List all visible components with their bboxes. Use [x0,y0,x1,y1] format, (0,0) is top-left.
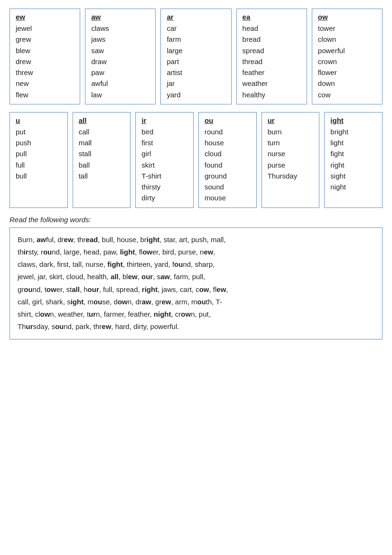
list-item: nurse [268,148,314,159]
list-item: light [330,137,376,148]
list-item: sound [205,181,251,192]
heading-ur: ur [268,116,314,124]
list-item: down [318,78,376,89]
list-item: feather [243,67,301,78]
list-item: pull [16,148,62,159]
list-item: full [16,160,62,170]
list-item: awful [91,78,149,89]
list-item: house [205,137,251,148]
list-item: artist [167,67,225,78]
list-item: powerful [318,45,376,56]
heading-aw: aw [91,13,149,21]
list-item: put [16,126,62,137]
list-item: bull [16,170,62,181]
list-item: push [16,137,62,148]
word-box-ow: ow tower clown powerful crown flower dow… [312,9,383,104]
word-groups-row-2: u put push pull full bull all call mall … [9,112,383,208]
reading-box: Burn, awful, drew, thread, bull, house, … [9,227,383,339]
list-item: flower [318,67,376,78]
list-item: girl [141,148,187,159]
list-item: draw [91,56,149,67]
list-item: dirty [141,192,187,203]
list-item: stall [79,148,125,159]
word-list-ar: car farm large part artist jar yard [167,23,225,100]
list-item: fight [330,148,376,159]
word-list-aw: claws jaws saw draw paw awful law [91,23,149,100]
list-item: paw [91,67,149,78]
list-item: Thursday [268,170,314,181]
list-item: cloud [205,148,251,159]
list-item: crown [318,56,376,67]
list-item: purse [268,160,314,170]
list-item: first [141,137,187,148]
list-item: jaws [91,34,149,45]
list-item: jar [167,78,225,89]
word-box-ir: ir bird first girl skirt T-shirt thirsty… [135,112,194,208]
word-box-all: all call mall stall ball tall [73,112,131,208]
list-item: thread [243,56,301,67]
heading-ew: ew [16,13,74,21]
heading-ea: ea [243,13,301,21]
list-item: bread [243,34,301,45]
list-item: right [330,160,376,170]
word-list-ou: round house cloud found ground sound mou… [205,126,251,204]
heading-all: all [79,116,125,124]
heading-ou: ou [205,116,251,124]
word-list-all: call mall stall ball tall [79,126,125,181]
word-list-ir: bird first girl skirt T-shirt thirsty di… [141,126,187,204]
word-box-aw: aw claws jaws saw draw paw awful law [85,9,156,104]
list-item: jewel [16,23,74,34]
heading-ight: ight [330,116,376,124]
list-item: turn [268,137,314,148]
list-item: weather [243,78,301,89]
list-item: clown [318,34,376,45]
list-item: cow [318,89,376,100]
word-box-ight: ight bright light fight right sight nigh… [324,112,383,208]
list-item: found [205,160,251,170]
list-item: spread [243,45,301,56]
list-item: new [16,78,74,89]
list-item: bright [330,126,376,137]
list-item: healthy [243,89,301,100]
list-item: sight [330,170,376,181]
read-instruction: Read the following words: [9,216,383,224]
list-item: bird [141,126,187,137]
word-list-ew: jewel grew blew drew threw new flew [16,23,74,100]
heading-u: u [16,116,62,124]
word-list-ea: head bread spread thread feather weather… [243,23,301,100]
heading-ow: ow [318,13,376,21]
list-item: mall [79,137,125,148]
list-item: blew [16,45,74,56]
word-list-u: put push pull full bull [16,126,62,181]
list-item: call [79,126,125,137]
list-item: night [330,181,376,192]
list-item: mouse [205,192,251,203]
list-item: car [167,23,225,34]
list-item: T-shirt [141,170,187,181]
word-box-ea: ea head bread spread thread feather weat… [236,9,307,104]
list-item: skirt [141,160,187,170]
word-box-ew: ew jewel grew blew drew threw new flew [9,9,80,104]
list-item: ground [205,170,251,181]
list-item: large [167,45,225,56]
word-list-ight: bright light fight right sight night [330,126,376,193]
list-item: ball [79,160,125,170]
list-item: head [243,23,301,34]
list-item: thirsty [141,181,187,192]
word-box-ou: ou round house cloud found ground sound … [198,112,257,208]
list-item: part [167,56,225,67]
list-item: drew [16,56,74,67]
word-box-ur: ur burn turn nurse purse Thursday [261,112,320,208]
list-item: law [91,89,149,100]
list-item: tower [318,23,376,34]
word-box-ar: ar car farm large part artist jar yard [160,9,231,104]
word-list-ow: tower clown powerful crown flower down c… [318,23,376,100]
word-groups-row-1: ew jewel grew blew drew threw new flew a… [9,9,383,104]
reading-text: Burn, awful, drew, thread, bull, house, … [18,235,228,331]
list-item: yard [167,89,225,100]
heading-ar: ar [167,13,225,21]
list-item: grew [16,34,74,45]
list-item: saw [91,45,149,56]
list-item: round [205,126,251,137]
list-item: farm [167,34,225,45]
